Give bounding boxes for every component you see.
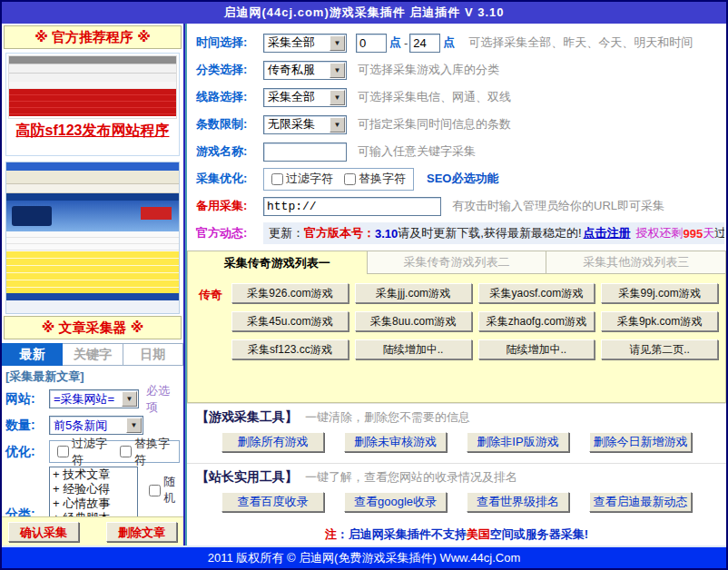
replace-chars-option-side: 替换字符 bbox=[120, 436, 172, 468]
game-collect-button[interactable]: 采集yaosf.com游戏 bbox=[478, 283, 595, 303]
filter-chars-checkbox-side[interactable] bbox=[57, 446, 69, 457]
check-google-index-button[interactable]: 查看google收录 bbox=[344, 492, 447, 512]
time-from-input[interactable] bbox=[356, 34, 387, 53]
note-prefix: 注 bbox=[325, 526, 337, 543]
dropdown-arrow-icon[interactable]: ▼ bbox=[126, 418, 142, 433]
game-collect-button[interactable]: 陆续增加中.. bbox=[355, 339, 472, 359]
dropdown-arrow-icon[interactable]: ▼ bbox=[330, 117, 345, 133]
game-collect-button[interactable]: 采集zhaofg.com游戏 bbox=[478, 311, 595, 331]
game-list-tab-1[interactable]: 采集传奇游戏列表一 bbox=[187, 251, 368, 274]
random-checkbox[interactable] bbox=[149, 485, 161, 496]
range-dash: - bbox=[404, 36, 408, 50]
dropdown-arrow-icon[interactable]: ▼ bbox=[330, 35, 345, 51]
confirm-collect-button[interactable]: 确认采集 bbox=[8, 522, 79, 542]
dropdown-arrow-icon[interactable]: ▼ bbox=[330, 90, 345, 105]
check-world-rank-button[interactable]: 查看世界级排名 bbox=[467, 492, 569, 512]
site-yellow-rows bbox=[6, 251, 179, 293]
backup-row: 备用采集: 有攻击时输入管理员给你的URL即可采集 bbox=[187, 192, 726, 220]
title-bar: 启迪网(44cj.com)游戏采集插件 启迪插件 V 3.10 bbox=[2, 2, 726, 24]
webmaster-tools-desc: 一键了解，查看您网站的收录情况及排名 bbox=[305, 470, 517, 484]
replace-chars-checkbox-side[interactable] bbox=[120, 446, 132, 457]
collector-header: ※ 文章采集器 ※ bbox=[4, 316, 182, 339]
filter-chars-checkbox[interactable] bbox=[271, 173, 283, 185]
game-collect-button[interactable]: 采集jjj.com游戏 bbox=[355, 283, 472, 303]
game-name-row: 游戏名称: 可输入任意关键字采集 bbox=[187, 138, 726, 165]
delete-today-games-button[interactable]: 删除今日新增游戏 bbox=[589, 432, 692, 452]
article-site-select[interactable]: =采集网站= ▼ bbox=[49, 389, 139, 408]
game-collect-button[interactable]: 采集45u.com游戏 bbox=[231, 311, 349, 331]
tab-date[interactable]: 日期 bbox=[123, 343, 183, 366]
site-label: 网站: bbox=[5, 391, 49, 408]
article-category-listbox[interactable]: + 技术文章 + 经验心得 + 心情故事 + 经典脚本 bbox=[49, 467, 138, 516]
delete-article-button[interactable]: 删除文章 bbox=[106, 522, 177, 542]
line-hint: 可选择采集电信、网通、双线 bbox=[358, 89, 511, 105]
listbox-option[interactable]: + 技术文章 bbox=[50, 467, 137, 482]
collector-header-text: ※ 文章采集器 ※ bbox=[42, 319, 144, 337]
optimize-label: 优化: bbox=[5, 444, 49, 460]
replace-chars-label: 替换字符 bbox=[134, 436, 172, 468]
browser-menubar bbox=[6, 171, 179, 184]
app-window: 启迪网(44cj.com)游戏采集插件 启迪插件 V 3.10 ※ 官方推荐程序… bbox=[0, 0, 728, 570]
delete-non-ip-games-button[interactable]: 删除非IP版游戏 bbox=[467, 432, 569, 452]
game-collect-button[interactable]: 陆续增加中.. bbox=[478, 339, 595, 359]
game-category-select[interactable]: 传奇私服 ▼ bbox=[263, 61, 347, 80]
browser-content bbox=[6, 193, 179, 313]
game-list-tab-3[interactable]: 采集其他游戏列表三 bbox=[546, 251, 726, 274]
game-name-input[interactable] bbox=[263, 142, 347, 162]
time-range-select[interactable]: 采集全部 ▼ bbox=[263, 34, 347, 53]
delete-all-games-button[interactable]: 删除所有游戏 bbox=[221, 432, 324, 452]
limit-select[interactable]: 无限采集 ▼ bbox=[263, 115, 347, 134]
webmaster-tools-title: 【站长实用工具】 bbox=[196, 469, 298, 484]
check-baidu-index-button[interactable]: 查看百度收录 bbox=[221, 492, 324, 512]
game-collect-button[interactable]: 采集99j.com游戏 bbox=[601, 283, 718, 303]
limit-label: 条数限制: bbox=[196, 116, 263, 133]
article-count-select[interactable]: 前5条新闻 ▼ bbox=[49, 416, 143, 435]
copyright-text: 2011 版权所有 © 启迪网(免费游戏采集插件) Www.44cj.Com bbox=[208, 550, 521, 566]
article-site-value: =采集网站= bbox=[54, 391, 114, 408]
sidebar: ※ 官方推荐程序 ※ 高防sf123发布网站程序 bbox=[2, 24, 185, 545]
check-qidi-news-button[interactable]: 查看启迪最新动态 bbox=[589, 492, 692, 512]
dropdown-arrow-icon[interactable]: ▼ bbox=[122, 391, 137, 407]
game-collect-button[interactable]: 采集9pk.com游戏 bbox=[601, 311, 718, 331]
article-actions: 确认采集 删除文章 bbox=[2, 516, 183, 545]
time-to-input[interactable] bbox=[409, 34, 440, 53]
dropdown-arrow-icon[interactable]: ▼ bbox=[330, 63, 345, 78]
browser-addressbar bbox=[6, 184, 179, 193]
backup-url-input[interactable] bbox=[263, 197, 441, 216]
replace-chars-checkbox[interactable] bbox=[344, 173, 356, 185]
article-count-value: 前5条新闻 bbox=[54, 418, 107, 434]
site-header bbox=[6, 201, 179, 231]
game-list-tab-2[interactable]: 采集传奇游戏列表二 bbox=[368, 251, 547, 274]
news-label: 官方动态: bbox=[196, 225, 263, 241]
window-title: 启迪网(44cj.com)游戏采集插件 启迪插件 V 3.10 bbox=[223, 5, 504, 21]
line-select[interactable]: 采集全部 ▼ bbox=[263, 88, 347, 107]
game-collect-button[interactable]: 请见第二页.. bbox=[601, 339, 718, 359]
promo-link[interactable]: 高防sf123发布网站程序 bbox=[8, 119, 177, 142]
time-row: 时间选择: 采集全部 ▼ 点 - 点 可选择采集全部、昨天、今天、明天和时间 bbox=[187, 29, 726, 56]
backup-label: 备用采集: bbox=[196, 198, 263, 214]
delete-unreviewed-games-button[interactable]: 删除未审核游戏 bbox=[344, 432, 447, 452]
listbox-option[interactable]: + 心情故事 bbox=[50, 496, 137, 511]
game-collect-button[interactable]: 采集926.com游戏 bbox=[231, 283, 349, 303]
promo-site-thumbnail[interactable] bbox=[8, 55, 177, 119]
webmaster-tools-buttons: 查看百度收录 查看google收录 查看世界级排名 查看启迪最新动态 bbox=[196, 492, 717, 512]
game-tools-buttons: 删除所有游戏 删除未审核游戏 删除非IP版游戏 删除今日新增游戏 bbox=[196, 432, 717, 452]
update-text: 请及时更新下载,获得最新最稳定的! bbox=[398, 225, 581, 241]
line-select-value: 采集全部 bbox=[268, 89, 315, 105]
site-white-rows bbox=[6, 231, 179, 251]
promo-header: ※ 官方推荐程序 ※ bbox=[4, 25, 182, 49]
optimize-row-main: 采集优化: 过滤字符 替换字符 SEO必选功能 bbox=[187, 165, 726, 192]
listbox-option[interactable]: + 经验心得 bbox=[50, 482, 137, 496]
register-link[interactable]: 点击注册 bbox=[584, 225, 631, 241]
game-collect-button[interactable]: 采集8uu.com游戏 bbox=[355, 311, 472, 331]
article-form: [采集最新文章] 网站: =采集网站= ▼ 必选项 数量: 前5条新闻 ▼ bbox=[2, 366, 183, 516]
game-collect-button[interactable]: 采集sf123.cc游戏 bbox=[231, 339, 349, 359]
tab-keyword[interactable]: 关键字 bbox=[63, 343, 123, 366]
site-logo bbox=[12, 206, 52, 226]
collector-site-thumbnail[interactable] bbox=[5, 162, 180, 314]
note-text-before: 启迪网采集插件不支持 bbox=[349, 526, 467, 543]
tab-latest[interactable]: 最新 bbox=[2, 343, 63, 366]
version-label: 官方版本号： bbox=[304, 225, 375, 241]
game-tools-title: 【游戏采集工具】 bbox=[196, 409, 298, 424]
random-option: 随机 bbox=[149, 474, 180, 506]
